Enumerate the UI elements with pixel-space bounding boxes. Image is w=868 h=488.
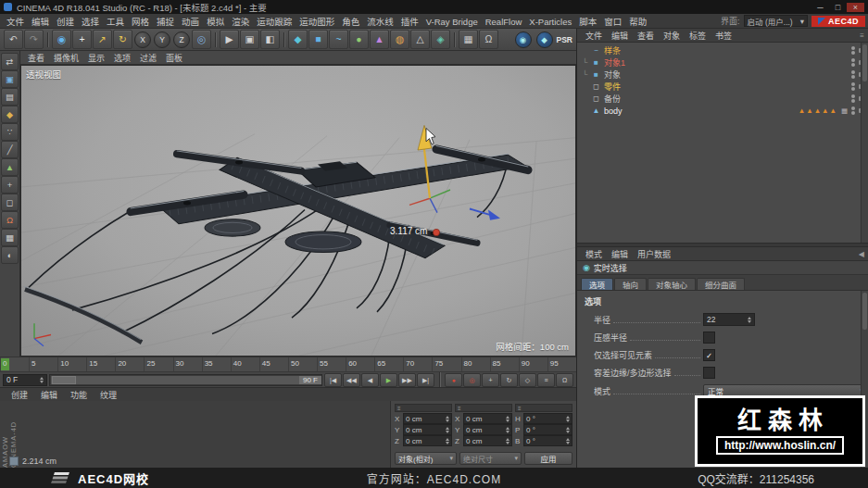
playback-button[interactable]: ▶▶	[398, 373, 416, 387]
mode-tool-icon[interactable]: ▤	[1, 88, 19, 106]
scrollbar-thumb[interactable]	[862, 293, 867, 330]
size-mode-select[interactable]: 绝对尺寸▾	[459, 452, 522, 465]
playback-button[interactable]: ◀◀	[343, 373, 360, 387]
menu-item[interactable]: 网格	[128, 17, 153, 27]
panel-menu-icon[interactable]: ≡	[860, 31, 864, 40]
origin-handle[interactable]	[433, 229, 439, 235]
field-spinner[interactable]	[444, 427, 449, 433]
toolbar-icon[interactable]: Ω	[479, 30, 498, 49]
record-button[interactable]: ≡	[537, 373, 555, 387]
interface-select[interactable]: 启动 (用户...) ▾	[744, 15, 808, 27]
mode-tool-icon[interactable]: ▲	[1, 158, 19, 176]
object-row[interactable]: └ ■ 对象1	[577, 56, 868, 69]
drone-model[interactable]: 3.117 cm 3.117 cm	[21, 66, 575, 356]
menu-item[interactable]: 插件	[397, 17, 422, 27]
object-row[interactable]: ~ 样条	[577, 44, 868, 56]
tab-options[interactable]: 选项	[581, 278, 613, 290]
create-object-button[interactable]: ◆	[288, 30, 308, 49]
coordinate-field[interactable]: 0 cm	[463, 435, 512, 446]
viewport-menu-item[interactable]: 过滤	[135, 54, 161, 63]
close-button[interactable]: ×	[847, 3, 864, 12]
field-spinner[interactable]	[564, 438, 570, 444]
create-object-button[interactable]: ~	[329, 30, 348, 49]
playback-button[interactable]: ▶	[380, 373, 397, 387]
attribute-menu-item[interactable]: 编辑	[607, 250, 633, 259]
mode-tool-icon[interactable]: ╱	[1, 141, 19, 158]
visibility-toggles[interactable]	[851, 106, 855, 115]
menu-item[interactable]: 捕捉	[153, 17, 178, 27]
maximize-button[interactable]: □	[829, 3, 847, 12]
scrollbar[interactable]	[861, 43, 868, 243]
viewport-menu-item[interactable]: 显示	[83, 54, 109, 63]
coordinate-system-button[interactable]: ◎	[192, 30, 211, 49]
attribute-menu-item[interactable]: 模式	[581, 250, 607, 259]
coordinate-field[interactable]: 0 °	[523, 435, 572, 446]
create-object-button[interactable]: ◍	[390, 30, 409, 49]
mode-tool-icon[interactable]: Ω	[1, 211, 19, 229]
mode-tool-icon[interactable]: ▦	[1, 229, 19, 246]
minimize-button[interactable]: ─	[811, 3, 829, 12]
timeline-ruler[interactable]: 05101520253035404550556065707580859095	[0, 357, 576, 371]
timeline-slider[interactable]: 90 F	[49, 374, 322, 386]
collapse-icon[interactable]: ◀	[859, 250, 864, 258]
toolbar-icon[interactable]: ↗	[93, 30, 112, 49]
visibility-toggles[interactable]	[851, 70, 855, 79]
size-column-header[interactable]: ≡	[455, 404, 512, 412]
material-menu-item[interactable]: 纹理	[94, 391, 123, 400]
record-button[interactable]: +	[482, 373, 499, 387]
radius-field[interactable]: 22	[703, 313, 755, 326]
object-row[interactable]: ◻ 备份	[577, 93, 868, 105]
coordinate-field[interactable]: 0 cm	[463, 424, 512, 435]
menu-item[interactable]: 编辑	[28, 17, 53, 27]
menu-item[interactable]: 创建	[53, 17, 78, 27]
visibility-toggles[interactable]	[851, 58, 855, 67]
object-type-icon[interactable]: ~	[591, 46, 601, 55]
visibility-toggles[interactable]	[851, 94, 855, 103]
attribute-menu-item[interactable]: 用户数据	[633, 250, 675, 259]
object-row[interactable]: ◻ 零件	[577, 81, 868, 93]
create-object-button[interactable]: ▲	[370, 30, 389, 49]
object-menu-item[interactable]: 标签	[685, 31, 711, 41]
coordinate-field[interactable]: 0 cm	[463, 413, 512, 424]
material-menu-item[interactable]: 创建	[5, 391, 34, 400]
psr-icon[interactable]: ◆	[536, 31, 553, 48]
only-visible-checkbox[interactable]: ✓	[703, 349, 715, 361]
viewport-menu-item[interactable]: 选项	[109, 54, 135, 63]
object-menu-item[interactable]: 对象	[659, 31, 685, 41]
mode-tool-icon[interactable]: ◐	[1, 246, 19, 264]
record-button[interactable]: ◇	[519, 373, 536, 387]
create-object-button[interactable]: △	[410, 30, 430, 49]
mode-tool-icon[interactable]: ∵	[1, 123, 19, 141]
object-manager-list[interactable]: ~ 样条 └ ■ 对象1	[577, 43, 868, 243]
toolbar-icon[interactable]: ↶	[4, 30, 23, 49]
tab-axis[interactable]: 轴向	[614, 278, 647, 290]
field-spinner[interactable]	[504, 438, 509, 444]
menu-item[interactable]: 选择	[78, 17, 103, 27]
mode-tool-icon[interactable]: +	[1, 176, 19, 194]
render-button[interactable]: ▶	[220, 30, 239, 49]
viewport-menu-item[interactable]: 摄像机	[49, 54, 83, 63]
material-menu-item[interactable]: 功能	[64, 391, 94, 400]
field-spinner[interactable]	[504, 427, 509, 433]
object-menu-item[interactable]: 文件	[581, 31, 607, 41]
object-name[interactable]: 对象	[604, 69, 621, 81]
object-name[interactable]: 对象1	[604, 56, 625, 69]
mode-tool-icon[interactable]: ▣	[1, 70, 19, 88]
playback-button[interactable]: |◀	[324, 373, 342, 387]
coordinate-mode-select[interactable]: 对象(相对)▾	[395, 452, 457, 465]
coordinate-field[interactable]: 0 °	[523, 413, 572, 424]
preview-range[interactable]	[51, 376, 321, 384]
pressure-radius-checkbox[interactable]	[703, 332, 715, 344]
menu-item[interactable]: RealFlow	[482, 17, 526, 27]
menu-item[interactable]: 运动跟踪	[253, 17, 296, 27]
menu-item[interactable]: 动画	[178, 17, 203, 27]
coordinate-field[interactable]: 0 cm	[403, 413, 452, 424]
record-button[interactable]: ↻	[500, 373, 518, 387]
mode-tool-icon[interactable]: ⇄	[1, 53, 19, 70]
object-name[interactable]: 样条	[604, 44, 621, 56]
create-object-button[interactable]: ◈	[431, 30, 450, 49]
coordinate-field[interactable]: 0 °	[523, 424, 572, 435]
mode-tool-icon[interactable]: ◻	[1, 194, 19, 211]
material-manager-area[interactable]: AMAOW CINEMA-4D 2.214 cm	[0, 401, 391, 468]
field-spinner[interactable]	[444, 438, 449, 444]
